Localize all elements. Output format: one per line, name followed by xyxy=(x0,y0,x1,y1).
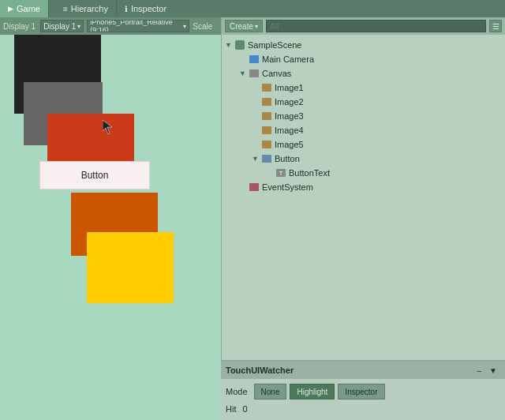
hierarchy-menu-icon: ☰ xyxy=(492,22,499,31)
expand-arrow-scene: ▼ xyxy=(225,41,234,49)
tree-item-canvas[interactable]: ▼ Canvas xyxy=(222,66,505,81)
hierarchy-search[interactable] xyxy=(266,20,486,32)
button-tree-icon xyxy=(261,153,272,164)
ui-button-label: Button xyxy=(81,170,109,181)
right-panels: Create ▾ ☰ ▼ SampleScene xyxy=(221,17,505,420)
tree-item-main-camera[interactable]: ▶ Main Camera xyxy=(222,52,505,66)
touchui-panel: TouchUIWatcher – ▼ Mode None Highlight xyxy=(221,360,505,420)
tree-item-image4[interactable]: ▶ Image4 xyxy=(222,123,505,137)
image1-label: Image1 xyxy=(275,83,304,92)
image3-label: Image3 xyxy=(275,111,304,121)
mode-inspector-button[interactable]: Inspector xyxy=(338,384,384,399)
tab-game[interactable]: ▶ Game xyxy=(0,0,49,17)
button-tree-label: Button xyxy=(275,154,300,163)
image1-icon xyxy=(261,82,272,93)
tree-item-button-text[interactable]: ▶ T ButtonText xyxy=(222,166,505,180)
event-system-label: EventSystem xyxy=(262,182,313,192)
hierarchy-toolbar: Create ▾ ☰ xyxy=(222,17,505,35)
tree-item-image3[interactable]: ▶ Image3 xyxy=(222,109,505,123)
event-system-icon xyxy=(249,182,260,193)
touchui-header: TouchUIWatcher – ▼ xyxy=(221,362,505,379)
create-button[interactable]: Create ▾ xyxy=(225,20,263,32)
button-text-label: ButtonText xyxy=(289,168,330,178)
game-tab-icon: ▶ xyxy=(8,5,13,13)
inspector-tab-label: Inspector xyxy=(131,4,166,13)
tab-inspector[interactable]: ℹ Inspector xyxy=(117,0,174,17)
mode-inspector-label: Inspector xyxy=(345,388,377,396)
image2-label: Image2 xyxy=(275,97,304,107)
tree-item-event-system[interactable]: ▶ EventSystem xyxy=(222,180,505,194)
game-tab-label: Game xyxy=(17,4,40,13)
tree-item-sample-scene[interactable]: ▼ SampleScene xyxy=(222,38,505,52)
image2-icon xyxy=(261,96,272,107)
button-text-icon: T xyxy=(275,167,286,178)
expand-arrow-button: ▼ xyxy=(252,155,261,163)
tree-item-button[interactable]: ▼ Button xyxy=(222,152,505,166)
mode-none-label: None xyxy=(261,388,280,396)
image3-icon xyxy=(261,111,272,122)
ui-button[interactable]: Button xyxy=(39,161,150,189)
image5-icon xyxy=(261,139,272,150)
mode-row: Mode None Highlight Inspector xyxy=(226,382,500,401)
game-panel: Display 1 Display 1 ▾ iPhone5_Portrait_R… xyxy=(0,17,221,420)
touchui-minimize-button[interactable]: – xyxy=(474,366,485,375)
image4-icon xyxy=(261,125,272,136)
tree-item-image1[interactable]: ▶ Image1 xyxy=(222,81,505,95)
game-toolbar: Display 1 Display 1 ▾ iPhone5_Portrait_R… xyxy=(0,17,221,35)
touchui-content: Mode None Highlight Inspector Hit 0 xyxy=(221,379,505,420)
hit-label: Hit xyxy=(226,404,236,414)
hit-row: Hit 0 xyxy=(226,401,500,417)
hierarchy-content: ▼ SampleScene ▶ Main Camera ▼ Canvas xyxy=(222,35,505,360)
display-dropdown-arrow: ▾ xyxy=(77,23,80,30)
scale-label: Scale xyxy=(193,22,212,31)
expand-arrow-canvas: ▼ xyxy=(239,69,249,77)
canvas-icon xyxy=(249,68,260,79)
resolution-dropdown[interactable]: iPhone5_Portrait_Relative (9:16) ▾ xyxy=(87,20,189,32)
mode-highlight-button[interactable]: Highlight xyxy=(290,384,335,399)
create-label: Create xyxy=(230,22,253,31)
image5-label: Image5 xyxy=(275,140,304,149)
touchui-close-button[interactable]: ▼ xyxy=(486,366,500,375)
camera-icon xyxy=(249,54,260,65)
hierarchy-search-input[interactable] xyxy=(270,22,482,31)
scene-icon xyxy=(234,39,245,51)
mode-none-button[interactable]: None xyxy=(254,384,287,399)
image4-label: Image4 xyxy=(275,126,304,135)
canvas-label: Canvas xyxy=(262,69,291,78)
hierarchy-tab-icon: ≡ xyxy=(63,5,68,13)
top-tab-bar: ▶ Game ≡ Hierarchy ℹ Inspector xyxy=(0,0,505,17)
display-value: Display 1 xyxy=(43,22,76,31)
resolution-dropdown-arrow: ▾ xyxy=(183,23,186,30)
resolution-value: iPhone5_Portrait_Relative (9:16) xyxy=(90,20,181,32)
hierarchy-panel: Create ▾ ☰ ▼ SampleScene xyxy=(221,17,505,360)
create-arrow: ▾ xyxy=(255,23,258,30)
tree-item-image5[interactable]: ▶ Image5 xyxy=(222,137,505,152)
touchui-title: TouchUIWatcher xyxy=(226,366,294,375)
main-area: Display 1 Display 1 ▾ iPhone5_Portrait_R… xyxy=(0,17,505,420)
touchui-controls: – ▼ xyxy=(474,366,500,375)
hierarchy-menu-button[interactable]: ☰ xyxy=(489,20,502,32)
inspector-tab-icon: ℹ xyxy=(125,5,128,13)
scene-label: SampleScene xyxy=(248,40,302,50)
display-label: Display 1 xyxy=(3,22,36,31)
tab-hierarchy[interactable]: ≡ Hierarchy xyxy=(55,0,117,17)
camera-label: Main Camera xyxy=(262,54,314,64)
tree-item-image2[interactable]: ▶ Image2 xyxy=(222,95,505,109)
ui-image5-yellow xyxy=(87,232,174,303)
hit-value: 0 xyxy=(242,404,247,414)
mode-label: Mode xyxy=(226,387,248,396)
display-dropdown[interactable]: Display 1 ▾ xyxy=(40,20,84,32)
hierarchy-tab-label: Hierarchy xyxy=(71,4,108,13)
mode-highlight-label: Highlight xyxy=(297,388,327,396)
game-canvas: Button xyxy=(0,35,221,420)
